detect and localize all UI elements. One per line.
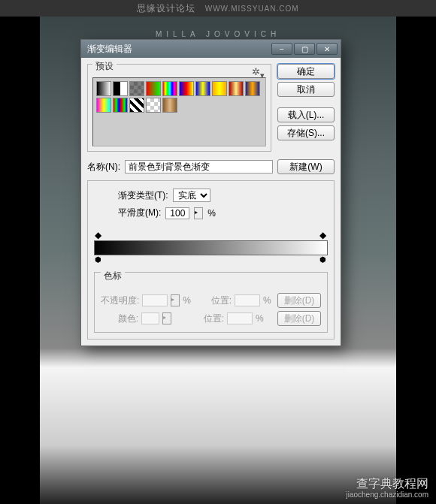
opacity-field-label: 不透明度: [101,294,139,307]
presets-menu-icon[interactable]: ✲▾ [252,66,265,80]
color-stop-track[interactable] [94,255,328,264]
color-stop[interactable] [319,255,327,264]
color-stops-group: 色标 不透明度: ▸ % 位置: % 删除(D) 颜色: ▸ 位置: [94,272,328,333]
dialog-title: 渐变编辑器 [87,43,270,56]
preset-swatch[interactable] [162,98,177,113]
percent-label: % [263,295,271,306]
preset-swatch[interactable] [162,81,177,96]
presets-label: 预设 [92,61,117,71]
opacity-stop[interactable] [95,231,102,240]
colorstops-label: 色标 [101,270,125,281]
header-url: WWW.MISSYUAN.COM [205,5,299,13]
page-header: 思缘设计论坛 WWW.MISSYUAN.COM [0,0,436,17]
header-brand: 思缘设计论坛 [137,3,195,14]
percent-label: % [256,313,264,324]
preset-swatch[interactable] [245,81,260,96]
gradient-type-label: 渐变类型(T): [118,189,168,202]
preset-swatch[interactable] [146,98,161,113]
preset-swatch[interactable] [195,81,210,96]
bg-actor-name: MILLA JOVOVICH [40,30,396,38]
opacity-stop[interactable] [319,231,327,240]
minimize-button[interactable]: − [271,43,292,55]
preset-swatch[interactable] [129,98,144,113]
color-stop[interactable] [95,255,102,264]
smoothness-label: 平滑度(M): [118,207,161,219]
dialog-body: 预设 ✲▾ [81,58,341,346]
watermark-url: jiaocheng.chazidian.com [346,490,428,499]
opacity-input [142,294,168,306]
color-well [141,312,159,324]
position-label: 位置: [186,312,224,325]
preset-swatch[interactable] [212,81,227,96]
watermark-brand: 查字典教程网 [346,476,428,490]
load-button[interactable]: 载入(L)... [277,107,335,122]
smoothness-dropdown-icon[interactable]: ▸ [194,207,203,219]
preset-swatch-list [92,77,266,146]
watermark: 查字典教程网 jiaocheng.chazidian.com [346,476,428,499]
smoothness-input[interactable] [165,207,189,219]
presets-group: 预设 ✲▾ [87,64,271,152]
preset-swatch[interactable] [146,81,161,96]
preset-swatch[interactable] [179,81,194,96]
gradient-preview-bar[interactable] [94,240,328,255]
opacity-stop-track[interactable] [94,231,328,240]
gradient-type-select[interactable]: 实底 [173,189,210,202]
maximize-button[interactable]: ▢ [294,43,315,55]
cancel-button[interactable]: 取消 [277,82,335,97]
gradient-settings-group: 渐变类型(T): 实底 平滑度(M): ▸ % [87,180,335,340]
dialog-titlebar[interactable]: 渐变编辑器 − ▢ ✕ [81,40,341,58]
color-field-label: 颜色: [101,312,138,325]
preset-swatch[interactable] [96,98,111,113]
percent-label: % [183,295,191,306]
preset-swatch[interactable] [113,81,128,96]
color-dropdown-icon: ▸ [162,312,171,324]
opacity-dropdown-icon: ▸ [171,294,180,306]
delete-opacity-stop-button: 删除(D) [277,293,321,308]
position-label: 位置: [194,294,232,307]
name-label: 名称(N): [87,161,120,174]
delete-color-stop-button: 删除(D) [277,311,321,326]
color-position-input [227,312,253,324]
close-button[interactable]: ✕ [316,43,338,55]
name-input[interactable] [125,160,273,174]
ok-button[interactable]: 确定 [277,64,335,79]
gradient-editor-dialog: 渐变编辑器 − ▢ ✕ 预设 ✲▾ [80,39,341,346]
preset-swatch[interactable] [129,81,144,96]
new-button[interactable]: 新建(W) [277,159,335,174]
preset-swatch[interactable] [96,81,111,96]
preset-swatch[interactable] [229,81,244,96]
dialog-button-column: 确定 取消 载入(L)... 存储(S)... [277,64,335,152]
preset-swatch[interactable] [113,98,128,113]
percent-label: % [207,208,216,219]
save-button[interactable]: 存储(S)... [277,125,335,140]
gradient-bar-editor [94,231,328,264]
opacity-position-input [235,294,260,306]
